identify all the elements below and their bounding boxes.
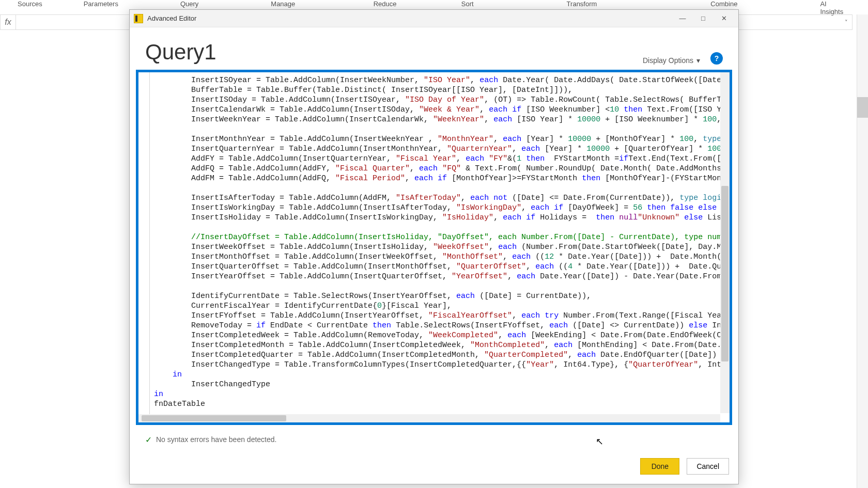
powerbi-logo-icon [134,14,143,23]
ribbon-tab[interactable]: Query [160,0,219,5]
editor-vertical-scrollbar[interactable] [720,72,730,413]
display-options-dropdown[interactable]: Display Options ▾ [643,56,700,65]
ribbon-tab[interactable]: Reduce Rows [353,0,430,5]
dialog-footer: Done Cancel [640,458,729,475]
status-text: No syntax errors have been detected. [156,435,276,444]
display-options-label: Display Options [643,56,693,65]
ribbon-tab[interactable]: Parameters [63,0,139,5]
fx-icon[interactable]: fx [1,15,16,29]
minimize-button[interactable]: — [672,10,693,27]
close-button[interactable]: ✕ [714,10,734,27]
help-button[interactable]: ? [710,52,723,65]
code-editor[interactable]: InsertISOyear = Table.AddColumn(InsertWe… [138,72,730,422]
ribbon-tabs: Sources Parameters Query Manage Columns … [0,0,868,5]
ribbon-tab[interactable]: AI Insights [799,0,868,5]
syntax-status: ✓ No syntax errors have been detected. [138,432,730,447]
chevron-down-icon: ▾ [696,56,700,65]
dialog-titlebar: Advanced Editor — □ ✕ [130,10,738,27]
ribbon-tab[interactable]: Transform [546,0,618,5]
checkmark-icon: ✓ [145,435,152,445]
code-editor-frame: InsertISOyear = Table.AddColumn(InsertWe… [136,70,732,425]
main-vertical-scrollbar[interactable] [857,14,868,488]
dialog-title: Advanced Editor [147,14,672,22]
maximize-button[interactable]: □ [693,10,714,27]
cancel-button[interactable]: Cancel [687,458,729,475]
ribbon-tab[interactable]: Sources [0,0,63,5]
done-button[interactable]: Done [640,458,679,475]
advanced-editor-dialog: Advanced Editor — □ ✕ Query1 Display Opt… [129,9,739,484]
ribbon-tab[interactable]: Manage Columns [250,0,337,5]
ribbon-tab[interactable]: Combine [690,0,758,5]
ribbon-tab[interactable]: Sort [441,0,494,5]
mouse-cursor-icon: ↖ [596,436,603,447]
query-title: Query1 [145,40,643,65]
editor-horizontal-scrollbar[interactable] [138,414,720,422]
expand-formula-icon[interactable]: ˅ [845,19,848,26]
